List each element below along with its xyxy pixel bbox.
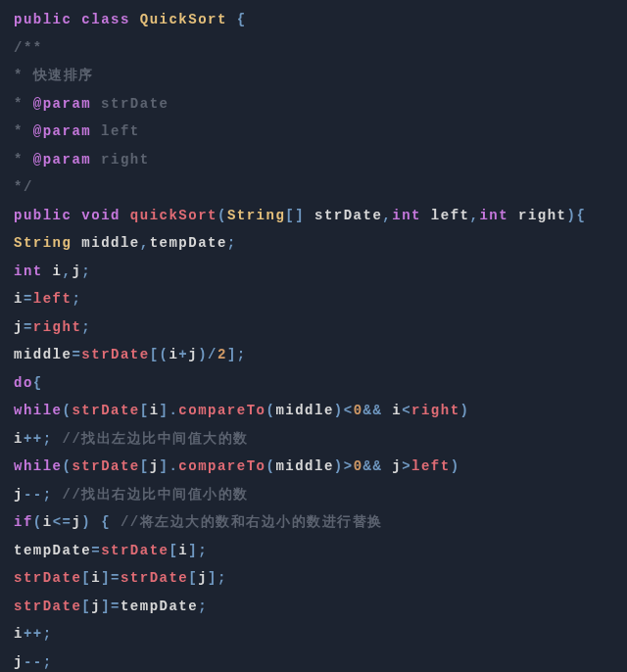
code-line: tempDate=strDate[i]; — [14, 543, 208, 558]
code-line: strDate[i]=strDate[j]; — [14, 570, 227, 586]
code-line: if(i<=j) { //将左边大的数和右边小的数进行替换 — [14, 514, 383, 530]
code-line: * @param right — [14, 152, 150, 168]
code-line: * @param left — [14, 123, 140, 139]
code-line: public class QuickSort { — [14, 12, 247, 27]
code-line: j--; //找出右边比中间值小的数 — [14, 487, 249, 503]
code-line: middle=strDate[(i+j)/2]; — [14, 347, 247, 362]
code-line: while(strDate[i].compareTo(middle)<0&& i… — [14, 403, 469, 418]
code-line: j=right; — [14, 319, 91, 335]
code-line: i++; — [14, 626, 53, 642]
code-line: i=left; — [14, 291, 81, 307]
code-line: * 快速排序 — [14, 68, 94, 83]
code-line: int i,j; — [14, 264, 91, 279]
code-line: */ — [14, 179, 33, 195]
code-line: while(strDate[j].compareTo(middle)>0&& j… — [14, 458, 460, 474]
code-line: public void quickSort(String[] strDate,i… — [14, 208, 586, 223]
code-editor[interactable]: public class QuickSort { /** * 快速排序 * @p… — [0, 0, 627, 672]
code-line: i++; //找出左边比中间值大的数 — [14, 431, 249, 447]
code-line: /** — [14, 40, 43, 56]
code-line: j--; — [14, 654, 53, 670]
code-line: String middle,tempDate; — [14, 235, 237, 251]
code-line: strDate[j]=tempDate; — [14, 599, 208, 614]
code-line: * @param strDate — [14, 96, 169, 112]
code-line: do{ — [14, 375, 43, 391]
